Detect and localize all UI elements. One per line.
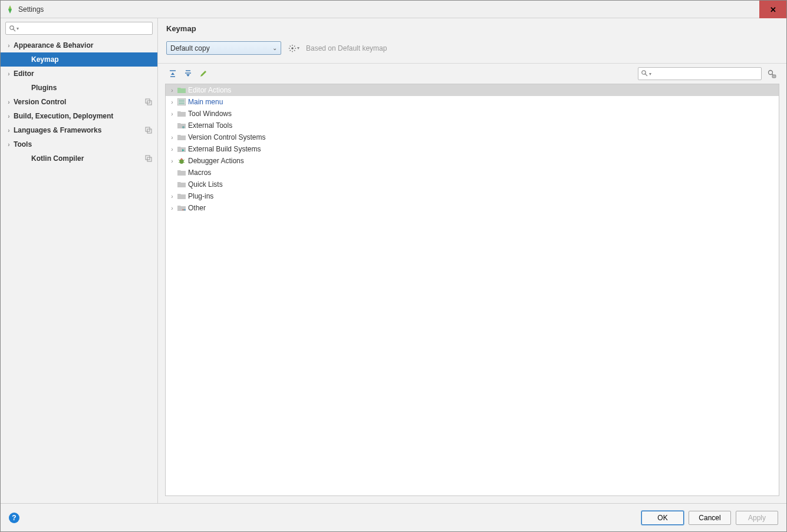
tree-editor-actions[interactable]: › Editor Actions — [166, 84, 779, 96]
nav-languages-frameworks[interactable]: › Languages & Frameworks — [1, 123, 157, 137]
nav-label: Plugins — [31, 84, 57, 92]
sidebar: ▾ › Appearance & Behavior › Keymap › Edi… — [1, 18, 158, 503]
keymap-selected-value: Default copy — [170, 44, 210, 52]
svg-point-34 — [182, 126, 185, 128]
find-shortcut-icon — [767, 69, 776, 78]
chevron-right-icon: › — [168, 205, 176, 212]
tree-external-build-systems[interactable]: › External Build Systems — [166, 143, 779, 155]
tree-macros[interactable]: › Macros — [166, 167, 779, 179]
folder-dots-icon — [176, 203, 187, 213]
nav-keymap[interactable]: › Keymap — [1, 52, 157, 67]
nav-editor[interactable]: › Editor — [1, 67, 157, 81]
nav-build-execution[interactable]: › Build, Execution, Deployment — [1, 109, 157, 123]
nav-label: Tools — [14, 140, 32, 148]
svg-line-39 — [179, 162, 180, 163]
window-title: Settings — [18, 5, 44, 14]
tree-main-menu[interactable]: › Main menu — [166, 96, 779, 108]
svg-line-17 — [289, 50, 290, 51]
tree-label: Tool Windows — [188, 110, 232, 118]
tree-version-control-systems[interactable]: › Version Control Systems — [166, 131, 779, 143]
svg-line-15 — [289, 45, 290, 46]
search-icon — [8, 24, 17, 32]
keymap-gear-button[interactable]: ▾ — [287, 42, 300, 55]
dropdown-icon: ▾ — [297, 45, 299, 51]
tree-plug-ins[interactable]: › Plug-ins — [166, 190, 779, 202]
tool-icon — [176, 121, 187, 130]
app-icon — [5, 5, 15, 14]
collapse-all-icon — [184, 70, 192, 78]
search-dropdown-icon: ▾ — [649, 71, 655, 77]
chevron-right-icon: › — [4, 113, 14, 120]
keymap-tree[interactable]: › Editor Actions › Main menu › Tool Wind… — [165, 84, 779, 496]
main-area: ▾ › Appearance & Behavior › Keymap › Edi… — [1, 18, 786, 503]
svg-point-43 — [183, 209, 185, 210]
folder-icon — [176, 180, 187, 189]
sidebar-search-box[interactable]: ▾ — [5, 22, 153, 35]
find-by-shortcut-button[interactable] — [764, 67, 779, 80]
tree-label: External Build Systems — [188, 145, 261, 153]
svg-rect-29 — [772, 75, 776, 78]
tree-label: Editor Actions — [188, 86, 231, 94]
page-title: Keymap — [166, 24, 778, 33]
svg-marker-23 — [186, 74, 190, 77]
svg-line-40 — [183, 162, 185, 163]
expand-all-button[interactable] — [165, 67, 180, 80]
nav-plugins[interactable]: › Plugins — [1, 81, 157, 95]
chevron-right-icon: › — [168, 146, 176, 153]
svg-line-26 — [646, 74, 648, 77]
bug-icon — [176, 156, 187, 166]
edit-button[interactable] — [196, 67, 211, 80]
close-icon: ✕ — [770, 5, 776, 14]
settings-nav: › Appearance & Behavior › Keymap › Edito… — [1, 38, 157, 503]
nav-label: Build, Execution, Deployment — [14, 112, 113, 120]
nav-appearance-behavior[interactable]: › Appearance & Behavior — [1, 38, 157, 52]
content-panel: Keymap Default copy ⌄ — [158, 18, 786, 503]
cancel-button[interactable]: Cancel — [689, 511, 731, 525]
svg-line-37 — [179, 160, 180, 161]
tree-external-tools[interactable]: › External Tools — [166, 120, 779, 131]
close-button[interactable]: ✕ — [759, 1, 786, 18]
tree-debugger-actions[interactable]: › Debugger Actions — [166, 155, 779, 167]
tree-label: Debugger Actions — [188, 157, 244, 165]
nav-label: Keymap — [31, 55, 59, 64]
chevron-right-icon: › — [4, 99, 14, 105]
help-button[interactable]: ? — [9, 513, 19, 523]
svg-point-42 — [182, 209, 183, 210]
svg-point-25 — [642, 71, 646, 74]
svg-point-44 — [185, 209, 186, 210]
project-level-icon — [144, 126, 153, 134]
collapse-all-button[interactable] — [180, 67, 196, 80]
tree-label: Plug-ins — [188, 192, 213, 200]
chevron-down-icon: ⌄ — [272, 45, 277, 51]
svg-marker-20 — [171, 72, 174, 75]
ok-button[interactable]: OK — [641, 511, 684, 525]
nav-tools[interactable]: › Tools — [1, 137, 157, 151]
chevron-right-icon: › — [4, 141, 14, 148]
nav-label: Kotlin Compiler — [31, 154, 84, 163]
content-header: Keymap Default copy ⌄ — [158, 18, 786, 64]
tree-other[interactable]: › Other — [166, 202, 779, 214]
menu-icon — [176, 97, 187, 107]
chevron-right-icon: › — [4, 71, 14, 77]
keymap-select[interactable]: Default copy ⌄ — [166, 41, 281, 55]
nav-version-control[interactable]: › Version Control — [1, 95, 157, 109]
nav-label: Appearance & Behavior — [14, 41, 93, 49]
chevron-right-icon: › — [168, 134, 176, 141]
sidebar-search-input[interactable] — [22, 24, 150, 32]
folder-icon — [176, 168, 187, 177]
folder-icon — [176, 133, 187, 142]
apply-button[interactable]: Apply — [736, 511, 778, 525]
keymap-row: Default copy ⌄ ▾ Based o — [166, 41, 778, 55]
action-search-input[interactable] — [655, 70, 759, 78]
action-search-box[interactable]: ▾ — [638, 67, 762, 80]
titlebar: Settings ✕ — [1, 1, 786, 18]
folder-arrow-icon — [176, 144, 187, 154]
tree-label: Version Control Systems — [188, 133, 265, 141]
chevron-right-icon: › — [168, 193, 176, 200]
tree-quick-lists[interactable]: › Quick Lists — [166, 179, 779, 190]
nav-label: Languages & Frameworks — [14, 126, 101, 134]
nav-kotlin-compiler[interactable]: › Kotlin Compiler — [1, 151, 157, 166]
svg-point-27 — [769, 71, 773, 75]
tree-tool-windows[interactable]: › Tool Windows — [166, 108, 779, 120]
folder-icon — [176, 109, 187, 118]
